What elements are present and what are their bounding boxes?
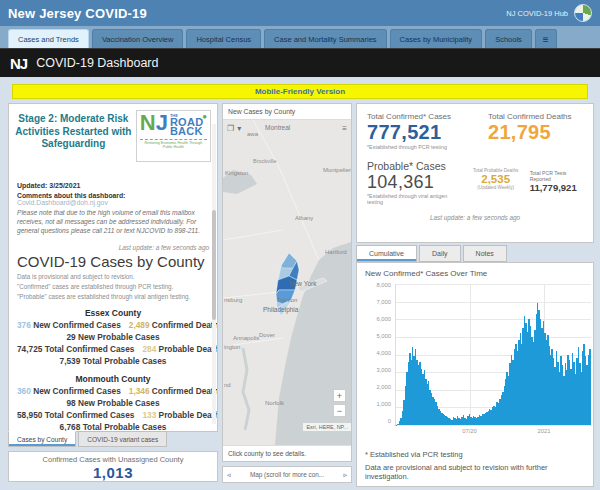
map-label-trenton: Trenton — [277, 297, 297, 303]
chart-plot-area[interactable] — [395, 284, 591, 426]
pcr-tests-label: Total PCR Tests Reported — [530, 170, 583, 182]
total-confirmed-value: 777,521 — [367, 121, 488, 144]
chart-y-axis: 8,0007,0006,0005,0004,0003,0002,0001,000… — [365, 284, 391, 426]
left-panel-scrollbar[interactable] — [212, 124, 216, 424]
hub-link[interactable]: NJ COVID-19 Hub — [506, 9, 568, 18]
county-name: Monmouth County — [17, 374, 209, 384]
road-back-logo: NJ THE ROAD BACK ● Restoring Economic He… — [136, 110, 211, 162]
map-label-annapolis: Annapolis — [233, 335, 259, 341]
total-confirmed-note: *Established through PCR testing — [367, 144, 488, 150]
left-panel: Stage 2: Moderate Risk Activities Restar… — [8, 103, 218, 432]
cases-by-county-heading: COVID-19 Cases by County — [17, 253, 209, 270]
county-block-monmouth: Monmouth County 360 New Confirmed Cases1… — [17, 374, 209, 432]
note-probable: "Probable" cases are established through… — [17, 293, 209, 300]
probable-deaths-value: 2,535 — [470, 173, 522, 185]
tab-cumulative[interactable]: Cumulative — [356, 245, 417, 262]
map-label-montreal: Montreal — [265, 124, 291, 131]
map-label-washington: ington — [224, 344, 240, 350]
tab-case-and-mortality-summaries[interactable]: Case and Mortality Summaries — [264, 29, 387, 48]
zoom-in-button[interactable]: + — [333, 389, 346, 402]
map-attribution: Esri, HERE, NP... — [303, 423, 351, 431]
county-block-essex: Essex County 376 New Confirmed Cases2,48… — [17, 308, 209, 366]
tab-hospital-census[interactable]: Hospital Census — [186, 29, 261, 48]
caret-down-icon[interactable]: ▾ — [237, 124, 241, 133]
unassigned-county-card: Confirmed Cases with Unassigned County 1… — [8, 451, 218, 482]
map-label-harrisburg: risburg — [224, 297, 242, 303]
map-label-montpelier: Montpelier — [323, 167, 351, 173]
nj-health-logo-icon — [574, 4, 592, 22]
map-label-richmond: nd — [224, 382, 231, 388]
mobile-version-banner[interactable]: Mobile-Friendly Version — [12, 84, 588, 99]
note-provisional: Data is provisional and subject to revis… — [17, 273, 209, 280]
pager-left-icon[interactable]: ◃ — [227, 471, 231, 479]
unassigned-value: 1,013 — [9, 464, 217, 481]
road-back-tagline: Restoring Economic Health Through Public… — [140, 139, 207, 149]
basemap-icon[interactable]: ❐ — [227, 124, 234, 133]
tab-cases-by-county[interactable]: Cases by County — [8, 431, 76, 447]
nav-tab-bar: Cases and Trends Vaccination Overview Ho… — [0, 26, 600, 48]
total-deaths-label: Total Confirmed Deaths — [488, 112, 572, 121]
probable-cases-label: Probable* Cases — [367, 160, 464, 172]
map-title: New Cases by County — [223, 104, 351, 120]
dashboard-title: COVID-19 Dashboard — [36, 56, 158, 70]
app-header: New Jersey COVID-19 NJ COVID-19 Hub — [0, 0, 600, 26]
map-pager: ◃ Map (scroll for more con... ▹ — [222, 466, 352, 483]
app-title: New Jersey COVID-19 — [8, 6, 147, 21]
mobile-version-link[interactable]: Mobile-Friendly Version — [255, 87, 345, 96]
tab-cases-by-municipality[interactable]: Cases by Municipality — [390, 29, 483, 48]
pager-label: Map (scroll for more con... — [250, 471, 324, 478]
map-canvas[interactable]: ❐ ▾ ≡ awa Montreal Brockvill — [223, 120, 351, 445]
unassigned-label: Confirmed Cases with Unassigned County — [9, 455, 217, 464]
legend-icon[interactable]: ≡ — [342, 124, 347, 133]
tab-covid-variant-cases[interactable]: COVID-19 variant cases — [78, 431, 167, 447]
left-panel-tabs: Cases by County COVID-19 variant cases — [8, 431, 218, 447]
disclaimer-text: Please note that due to the high volume … — [17, 209, 209, 236]
chart-footnote-2: Data are provisional and subject to revi… — [365, 463, 585, 481]
map-label-hartford: Hartford — [325, 249, 347, 255]
map-label-dover: Dover — [259, 332, 275, 338]
chart-bars — [396, 284, 591, 425]
county-name: Essex County — [17, 308, 209, 318]
stage-heading: Stage 2: Moderate Risk Activities Restar… — [15, 110, 132, 162]
zoom-out-button[interactable]: − — [333, 404, 346, 417]
map-svg: awa Montreal Brockville Kingston Montpel… — [223, 120, 351, 445]
last-update-left: Last update: a few seconds ago — [17, 244, 209, 251]
nj-state-logo-icon: NJ — [10, 55, 27, 72]
pager-right-icon[interactable]: ▹ — [343, 471, 347, 479]
chart-panel: New Confirmed* Cases Over Time 8,0007,00… — [356, 262, 594, 487]
tab-menu-icon[interactable]: ≡ — [535, 29, 557, 48]
comments-email-link[interactable]: Covid.Dashboard@doh.nj.gov — [17, 199, 108, 206]
total-confirmed-label: Total Confirmed* Cases — [367, 112, 488, 121]
chart-title: New Confirmed* Cases Over Time — [365, 269, 585, 278]
map-label-kingston: Kingston — [225, 170, 248, 176]
map-footer-hint: Click county to see details. — [223, 445, 351, 461]
dashboard-title-bar: NJ COVID-19 Dashboard — [0, 48, 600, 77]
last-update-right: Last update: a few seconds ago — [367, 214, 583, 221]
pcr-tests-value: 11,779,921 — [530, 182, 583, 193]
map-pin-icon: ● — [202, 112, 207, 121]
stats-panel: Total Confirmed* Cases 777,521 *Establis… — [356, 103, 594, 243]
tab-schools[interactable]: Schools — [485, 29, 532, 48]
map-label-albany: Albany — [295, 215, 313, 221]
scrollbar-thumb[interactable] — [212, 210, 216, 320]
probable-deaths-note: (Updated Weekly) — [470, 185, 522, 190]
map-panel: New Cases by County ❐ ▾ ≡ — [222, 103, 352, 462]
chart-x-axis: 07/202021 — [395, 428, 591, 438]
note-confirmed: "Confirmed" cases are established throug… — [17, 283, 209, 290]
chart-footnote-1: * Established via PCR testing — [365, 450, 585, 459]
map-label-brockville: Brockville — [253, 158, 277, 164]
total-deaths-value: 21,795 — [488, 121, 572, 144]
updated-date: Updated: 3/25/2021 — [17, 182, 209, 189]
tab-cases-and-trends[interactable]: Cases and Trends — [8, 29, 89, 48]
probable-cases-note: *Established through viral antigen testi… — [367, 193, 464, 205]
map-label-new-york: New York — [289, 280, 317, 287]
tab-daily[interactable]: Daily — [419, 245, 461, 262]
comments-label: Comments about this dashboard: — [17, 192, 125, 199]
map-label-ottawa: awa — [247, 131, 259, 137]
tab-notes[interactable]: Notes — [463, 245, 507, 262]
tab-vaccination-overview[interactable]: Vaccination Overview — [92, 29, 184, 48]
right-panel-tabs: Cumulative Daily Notes — [356, 245, 594, 262]
map-label-norfolk: Norfolk — [265, 400, 285, 406]
map-label-philadelphia: Philadelphia — [263, 306, 299, 314]
probable-cases-value: 104,361 — [367, 172, 464, 193]
